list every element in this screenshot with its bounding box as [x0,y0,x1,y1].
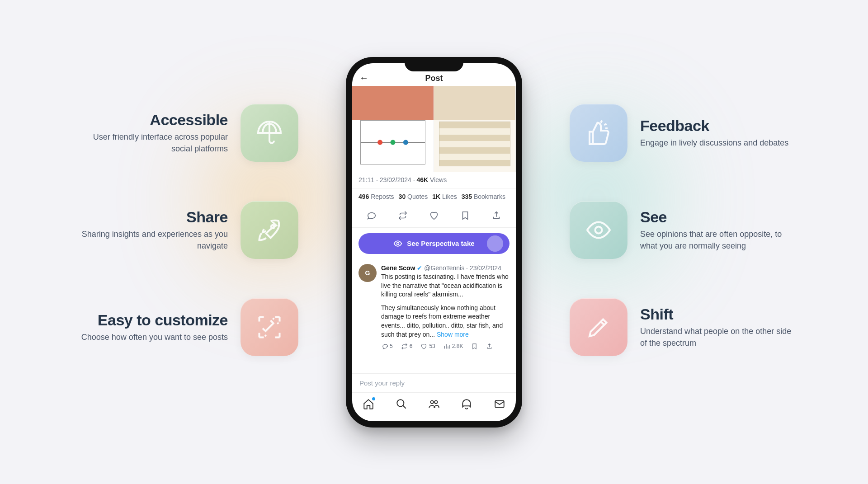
feature-title: See [640,208,796,226]
avatar: G [359,264,377,282]
feature-desc: User friendly interface across popular s… [72,132,228,154]
feature-title: Shift [640,305,796,323]
post-stats: 496 Reposts 30 Quotes 1K Likes 335 Bookm… [352,188,516,205]
feature-feedback: Feedback Engage in lively discussions an… [570,104,796,162]
feature-title: Feedback [640,117,796,135]
feature-desc: Engage in lively discussions and debates [640,137,796,149]
reply-icon[interactable] [367,211,377,222]
eye-icon [570,201,627,259]
perspectiva-button[interactable]: See Perspectiva take [359,233,509,254]
bookmark-icon[interactable] [460,211,470,222]
svg-point-2 [397,242,399,244]
reply-body: This posting is fascinating. I have frie… [381,273,509,299]
post-actions [352,205,516,228]
feature-desc: See opinions that are often opposite, to… [640,229,796,251]
umbrella-icon [241,104,298,162]
reply-count[interactable]: 5 [381,343,393,350]
cta-label: See Perspectiva take [407,240,474,247]
wand-icon [241,298,298,356]
feature-desc: Understand what people on the other side… [640,326,796,348]
thumbs-up-icon [570,104,627,162]
reply-views[interactable]: 2.8K [443,343,463,350]
reply-author: Gene Scow [381,264,415,272]
tab-search[interactable] [396,398,407,411]
feature-title: Easy to customize [72,311,228,329]
tab-bar [352,392,516,421]
like-icon[interactable] [429,211,439,222]
show-more-link[interactable]: Show more [437,331,469,338]
svg-point-1 [595,227,602,234]
phone-mockup: ← Post 21:11 · 23/02/2024 · 46K Views 49… [346,57,522,428]
reply-handle: @GenoTennis [424,264,464,272]
rocket-icon [241,201,298,259]
feature-desc: Sharing insights and experiences as you … [72,229,228,251]
header-title: Post [425,74,443,83]
reply-stats: 5 6 53 2.8K [381,343,509,350]
pencil-icon [570,298,627,356]
back-icon[interactable]: ← [359,73,368,83]
feature-desc: Choose how often you want to see posts [72,332,228,343]
share-icon[interactable] [491,211,501,222]
reply-body-2: They simultaneously know nothing about d… [381,304,509,339]
reply-like[interactable]: 53 [420,343,435,350]
reply-bookmark[interactable] [471,343,478,350]
reply-date: 23/02/2024 [470,264,501,272]
feature-accessible: Accessible User friendly interface acros… [72,104,298,162]
feature-shift: Shift Understand what people on the othe… [570,298,796,356]
tab-home[interactable] [363,398,374,411]
reply-item[interactable]: G Gene Scow ✔ @GenoTennis · 23/02/2024 T… [352,259,516,355]
svg-point-5 [434,400,438,404]
tab-messages[interactable] [494,398,505,411]
feature-title: Share [72,208,228,226]
feature-see: See See opinions that are often opposite… [570,201,796,259]
feature-title: Accessible [72,111,228,129]
verified-icon: ✔ [417,264,422,272]
reply-share[interactable] [486,343,493,350]
repost-icon[interactable] [398,211,408,222]
tab-people[interactable] [428,398,440,411]
reply-repost[interactable]: 6 [401,343,413,350]
compose-input[interactable]: Post your reply [352,373,516,392]
svg-point-4 [430,400,434,404]
tab-notifications[interactable] [461,398,472,411]
feature-share: Share Sharing insights and experiences a… [72,201,298,259]
post-meta: 21:11 · 23/02/2024 · 46K Views [352,172,516,188]
post-image[interactable] [352,86,516,172]
feature-customize: Easy to customize Choose how often you w… [72,298,298,356]
svg-point-3 [397,399,404,406]
